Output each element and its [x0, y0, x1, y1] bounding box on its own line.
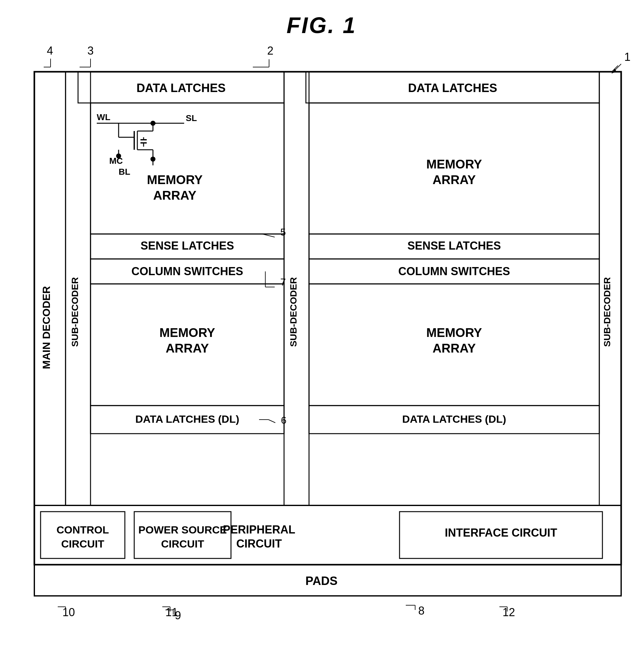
svg-text:11: 11	[166, 606, 178, 619]
svg-text:1: 1	[624, 51, 631, 63]
svg-text:SUB-DECODER: SUB-DECODER	[602, 277, 612, 347]
svg-text:DATA LATCHES (DL): DATA LATCHES (DL)	[135, 413, 239, 425]
svg-text:ARRAY: ARRAY	[433, 341, 476, 355]
svg-text:5: 5	[280, 226, 286, 238]
svg-text:DATA LATCHES (DL): DATA LATCHES (DL)	[402, 413, 506, 425]
svg-text:DATA LATCHES: DATA LATCHES	[136, 82, 226, 95]
svg-text:MEMORY: MEMORY	[426, 157, 482, 171]
svg-text:8: 8	[418, 604, 425, 617]
svg-text:CONTROL: CONTROL	[57, 524, 109, 536]
svg-text:MC: MC	[109, 156, 123, 166]
svg-text:ARRAY: ARRAY	[166, 341, 209, 355]
svg-text:COLUMN SWITCHES: COLUMN SWITCHES	[398, 265, 510, 278]
svg-text:SUB-DECODER: SUB-DECODER	[288, 277, 299, 347]
svg-text:PERIPHERAL: PERIPHERAL	[223, 523, 295, 536]
svg-text:INTERFACE CIRCUIT: INTERFACE CIRCUIT	[445, 526, 557, 539]
svg-text:7: 7	[280, 276, 286, 288]
svg-text:ARRAY: ARRAY	[153, 188, 197, 202]
svg-text:SUB-DECODER: SUB-DECODER	[70, 277, 80, 347]
svg-text:WL: WL	[97, 112, 110, 122]
svg-line-91	[268, 420, 275, 423]
svg-text:SENSE LATCHES: SENSE LATCHES	[407, 239, 501, 252]
svg-point-36	[150, 157, 156, 162]
svg-text:10: 10	[62, 606, 75, 619]
svg-text:CIRCUIT: CIRCUIT	[61, 538, 104, 550]
svg-rect-0	[34, 72, 621, 565]
svg-text:MEMORY: MEMORY	[426, 326, 482, 339]
svg-text:PADS: PADS	[306, 574, 338, 587]
svg-text:3: 3	[87, 44, 94, 57]
svg-text:SL: SL	[186, 113, 197, 123]
svg-text:ARRAY: ARRAY	[433, 173, 476, 187]
svg-text:6: 6	[281, 415, 287, 426]
svg-text:BL: BL	[119, 167, 130, 177]
svg-text:SENSE LATCHES: SENSE LATCHES	[141, 239, 234, 252]
svg-text:CIRCUIT: CIRCUIT	[236, 537, 282, 550]
svg-text:POWER SOURCE: POWER SOURCE	[138, 524, 227, 536]
svg-text:12: 12	[502, 606, 515, 619]
svg-text:MAIN DECODER: MAIN DECODER	[40, 286, 52, 369]
svg-text:CIRCUIT: CIRCUIT	[161, 538, 204, 550]
svg-text:MEMORY: MEMORY	[147, 173, 203, 187]
svg-text:2: 2	[267, 44, 274, 57]
main-diagram: DATA LATCHES DATA LATCHES MAIN DECODER S…	[0, 0, 643, 672]
svg-text:4: 4	[47, 44, 53, 57]
svg-text:COLUMN SWITCHES: COLUMN SWITCHES	[131, 265, 243, 278]
svg-text:DATA LATCHES: DATA LATCHES	[408, 82, 497, 95]
svg-text:MEMORY: MEMORY	[159, 326, 215, 339]
